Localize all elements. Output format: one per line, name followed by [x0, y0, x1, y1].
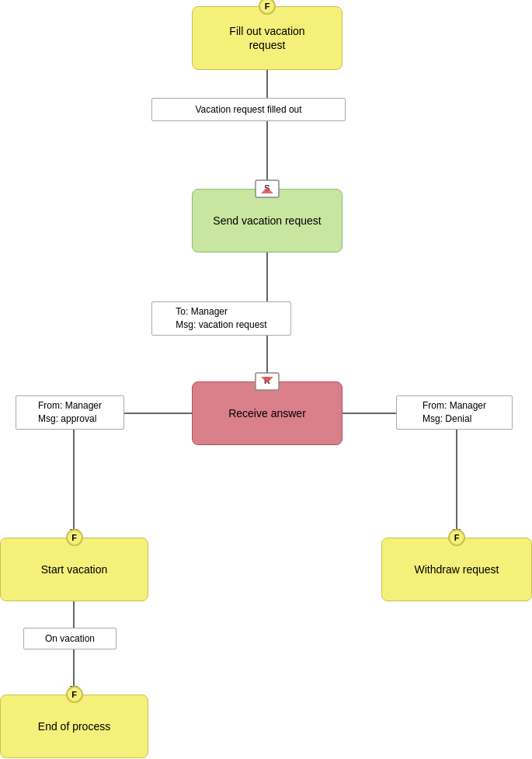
withdraw-request-label: Withdraw request: [415, 562, 499, 576]
withdraw-request-node: F Withdraw request: [381, 538, 532, 601]
annotation-from-manager-denial: From: Manager Msg: Denial: [396, 395, 513, 430]
process-diagram: F Fill out vacationrequest Vacation requ…: [0, 0, 532, 759]
end-of-process-node: F End of process: [0, 695, 148, 758]
start-vacation-node: F Start vacation: [0, 538, 148, 601]
annotation-to-manager: To: Manager Msg: vacation request: [151, 301, 291, 336]
annotation-on-vacation: On vacation: [23, 628, 116, 649]
start-vacation-badge: F: [66, 529, 83, 546]
end-of-process-label: End of process: [38, 719, 110, 733]
receive-answer-node: R Receive answer: [192, 381, 342, 445]
send-vacation-node: S Send vacation request: [192, 189, 342, 252]
withdraw-request-badge: F: [448, 529, 465, 546]
fill-out-badge: F: [259, 0, 276, 15]
end-of-process-badge: F: [66, 686, 83, 703]
receive-icon: R: [255, 372, 280, 391]
start-vacation-label: Start vacation: [41, 562, 108, 576]
send-icon: S: [255, 179, 280, 198]
fill-out-node: F Fill out vacationrequest: [192, 6, 342, 70]
receive-answer-label: Receive answer: [228, 406, 306, 420]
annotation-from-manager-approval: From: Manager Msg: approval: [16, 395, 124, 430]
send-vacation-label: Send vacation request: [213, 214, 321, 228]
annotation-vacation-filled: Vacation request filled out: [151, 98, 346, 121]
fill-out-label: Fill out vacationrequest: [229, 24, 304, 52]
